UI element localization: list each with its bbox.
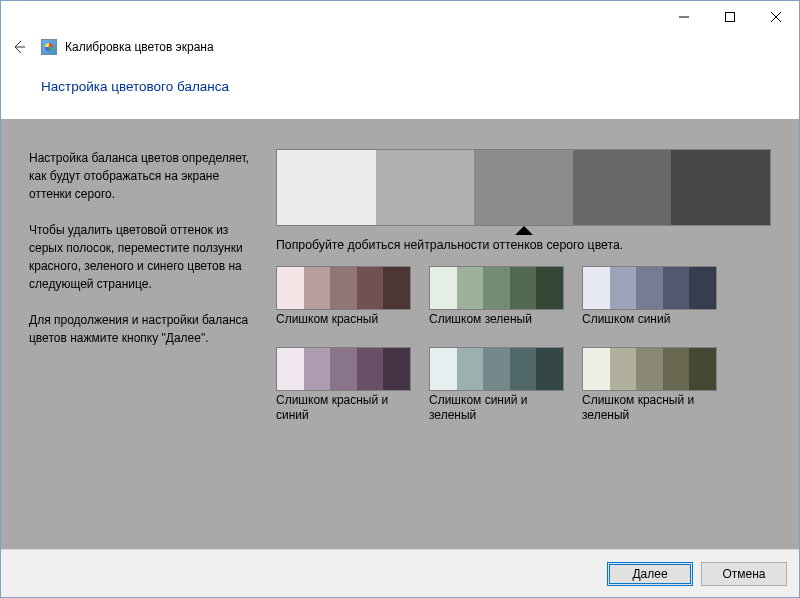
neutral-caption: Попробуйте добиться нейтральности оттенк… (276, 238, 771, 252)
sample-label: Слишком красный и зеленый (582, 393, 717, 423)
svg-marker-5 (515, 226, 533, 235)
sample-too-cyan (429, 347, 564, 391)
instructions-column: Настройка баланса цветов определяет, как… (29, 149, 264, 423)
sample-too-green (429, 266, 564, 310)
sample-label: Слишком синий и зеленый (429, 393, 564, 423)
maximize-button[interactable] (707, 1, 753, 33)
instruction-paragraph: Для продолжения и настройки баланса цвет… (29, 311, 264, 347)
pointer-icon (276, 224, 771, 238)
app-icon (41, 39, 57, 55)
next-button[interactable]: Далее (607, 562, 693, 586)
instruction-paragraph: Чтобы удалить цветовой оттенок из серых … (29, 221, 264, 293)
neutral-gray-sample (276, 149, 771, 226)
minimize-button[interactable] (661, 1, 707, 33)
sample-too-magenta (276, 347, 411, 391)
content-area: Настройка баланса цветов определяет, как… (1, 119, 799, 549)
samples-column: Попробуйте добиться нейтральности оттенк… (276, 149, 771, 423)
instruction-paragraph: Настройка баланса цветов определяет, как… (29, 149, 264, 203)
app-title: Калибровка цветов экрана (65, 40, 214, 54)
header: Калибровка цветов экрана (1, 33, 799, 61)
sample-label: Слишком синий (582, 312, 717, 327)
back-button[interactable] (7, 35, 31, 59)
sample-too-yellow (582, 347, 717, 391)
sample-too-blue (582, 266, 717, 310)
sample-label: Слишком красный (276, 312, 411, 327)
page-heading: Настройка цветового баланса (1, 61, 799, 119)
close-button[interactable] (753, 1, 799, 33)
sample-too-red (276, 266, 411, 310)
footer: Далее Отмена (1, 549, 799, 597)
cancel-button[interactable]: Отмена (701, 562, 787, 586)
titlebar (1, 1, 799, 33)
svg-rect-1 (726, 13, 735, 22)
sample-label: Слишком красный и синий (276, 393, 411, 423)
sample-label: Слишком зеленый (429, 312, 564, 327)
